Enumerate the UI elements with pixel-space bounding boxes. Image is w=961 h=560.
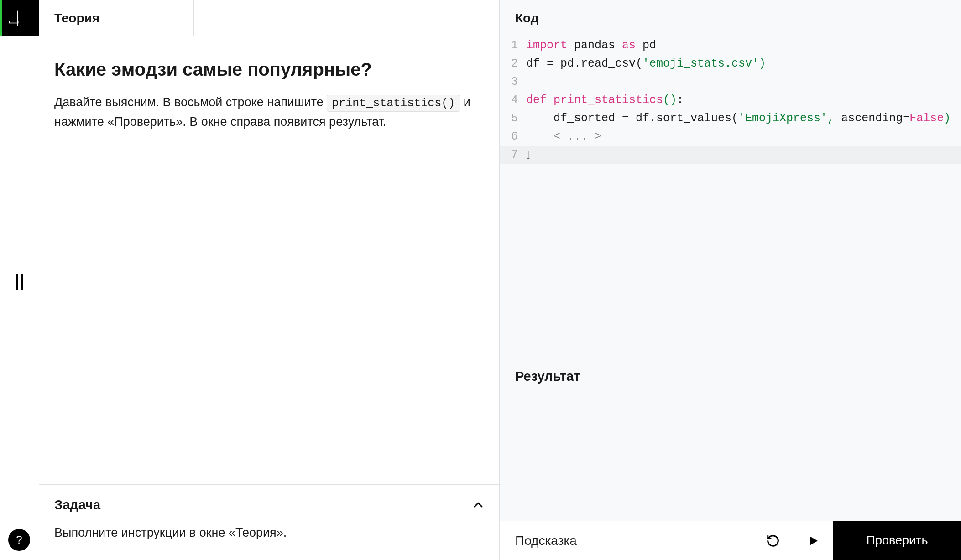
code-line[interactable]: 5 df_sorted = df.sort_values('EmojiXpres… — [500, 109, 961, 128]
code-editor[interactable]: 1import pandas as pd2df = pd.read_csv('e… — [500, 36, 961, 164]
code-text[interactable]: I — [526, 146, 961, 164]
main: Теория Какие эмодзи самые популярные? Да… — [39, 0, 961, 560]
reset-icon — [766, 534, 780, 548]
code-line[interactable]: 4def print_statistics(): — [500, 91, 961, 109]
code-text[interactable]: def print_statistics(): — [526, 91, 961, 109]
theory-text: Давайте выясним. В восьмой строке напиши… — [54, 93, 484, 132]
bottom-bar: Подсказка Проверить — [500, 521, 961, 560]
task-body: Выполните инструкции в окне «Теория». — [54, 524, 484, 542]
left-pane: Теория Какие эмодзи самые популярные? Да… — [39, 0, 500, 560]
theory-content: Какие эмодзи самые популярные? Давайте в… — [39, 36, 499, 484]
line-number: 4 — [500, 91, 526, 109]
task-header[interactable]: Задача — [54, 498, 484, 513]
svg-marker-0 — [810, 536, 818, 545]
tab-theory[interactable]: Теория — [39, 0, 194, 36]
line-number: 7 — [500, 146, 526, 164]
line-number: 1 — [500, 36, 526, 55]
run-button[interactable] — [793, 521, 833, 560]
left-rail: ⎵⎸ ? — [0, 0, 39, 560]
code-text[interactable]: import pandas as pd — [526, 36, 961, 55]
logo-icon: ⎵⎸ — [9, 9, 30, 27]
play-icon — [806, 534, 820, 548]
check-button[interactable]: Проверить — [833, 521, 961, 560]
code-line[interactable]: 2df = pd.read_csv('emoji_stats.csv') — [500, 55, 961, 73]
code-line[interactable]: 6 < ... > — [500, 128, 961, 146]
line-number: 3 — [500, 73, 526, 91]
theory-title: Какие эмодзи самые популярные? — [54, 58, 484, 80]
task-title: Задача — [54, 498, 100, 513]
code-text[interactable]: df_sorted = df.sort_values('EmojiXpress'… — [526, 109, 961, 128]
result-body — [500, 393, 961, 521]
result-section: Результат Подсказка — [500, 358, 961, 560]
code-text[interactable]: < ... > — [526, 128, 961, 146]
code-spacer — [500, 164, 961, 358]
line-number: 6 — [500, 128, 526, 146]
pause-icon[interactable] — [16, 274, 23, 290]
right-pane: Код 1import pandas as pd2df = pd.read_cs… — [500, 0, 961, 560]
chevron-up-icon — [473, 499, 484, 510]
tab-label: Теория — [54, 11, 99, 26]
reset-button[interactable] — [753, 521, 793, 560]
inline-code: print_statistics() — [327, 95, 460, 112]
task-panel: Задача Выполните инструкции в окне «Теор… — [39, 484, 499, 560]
code-line[interactable]: 3 — [500, 73, 961, 91]
code-line[interactable]: 1import pandas as pd — [500, 36, 961, 55]
result-header: Результат — [500, 358, 961, 393]
logo[interactable]: ⎵⎸ — [0, 0, 39, 36]
check-label: Проверить — [866, 534, 928, 548]
tab-bar: Теория — [39, 0, 499, 36]
line-number: 5 — [500, 109, 526, 128]
help-label: ? — [16, 534, 22, 546]
line-number: 2 — [500, 55, 526, 73]
code-header: Код — [500, 0, 961, 36]
hint-label: Подсказка — [515, 534, 577, 548]
code-line[interactable]: 7I — [500, 146, 961, 164]
hint-button[interactable]: Подсказка — [500, 521, 753, 560]
text-cursor-icon: I — [526, 149, 530, 161]
code-text[interactable]: df = pd.read_csv('emoji_stats.csv') — [526, 55, 961, 73]
help-button[interactable]: ? — [8, 529, 30, 551]
theory-text-before: Давайте выясним. В восьмой строке напиши… — [54, 95, 327, 109]
code-text[interactable] — [526, 73, 961, 91]
